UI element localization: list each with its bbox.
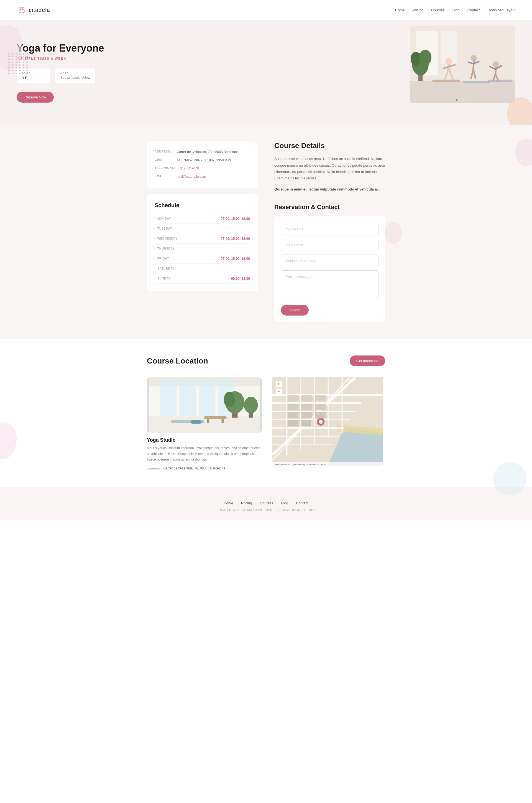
studio-address-label: ADDRESS: xyxy=(147,467,162,470)
deco-blob-location-left xyxy=(0,423,17,459)
nav-pricing[interactable]: Pricing xyxy=(413,8,424,12)
svg-rect-47 xyxy=(300,377,302,450)
svg-rect-49 xyxy=(328,377,329,438)
svg-point-10 xyxy=(411,52,421,66)
schedule-row: FRIDAY07:00, 15:00, 18:00 xyxy=(155,254,250,264)
carousel-dot-1[interactable] xyxy=(456,99,458,101)
svg-rect-32 xyxy=(191,420,202,424)
address-value: Carrer de l'Atlàntida, 78, 08003 Barcelo… xyxy=(177,149,239,155)
footer-contact[interactable]: Contact xyxy=(296,501,308,505)
schedule-day-0: MONDAY xyxy=(155,217,179,220)
address-row: ADDRESS: Carrer de l'Atlàntida, 78, 0800… xyxy=(155,149,250,155)
deco-blob-reservation xyxy=(385,222,402,244)
studio-card: Yoga Studio Mauris varius tincidunt inte… xyxy=(147,377,262,471)
schedule-time-2: 07:00, 15:00, 18:00 xyxy=(221,237,250,241)
deco-dots-left xyxy=(8,53,28,74)
location-section: Course Location Get directions xyxy=(0,339,532,487)
note-value: See schedule below xyxy=(60,76,90,79)
svg-rect-21 xyxy=(160,380,177,419)
nav-blog[interactable]: Blog xyxy=(453,8,460,12)
course-details-title: Course Details xyxy=(274,141,385,150)
price-note: PRICE: 8 € NOTE: See schedule below xyxy=(17,69,122,84)
reserve-button[interactable]: Reserve Now xyxy=(17,92,54,103)
subject-field-group xyxy=(281,255,379,267)
navigation: citadela Home Pricing Courses Blog Conta… xyxy=(0,0,532,20)
studio-address-row: ADDRESS: Carrer de l'Atlàntida, 78, 0800… xyxy=(147,466,262,471)
logo-icon xyxy=(17,5,26,15)
footer-links: Home Pricing Courses Blog Contact xyxy=(17,501,515,505)
hero-title: Yoga for Everyone xyxy=(17,42,122,54)
get-directions-button[interactable]: Get directions xyxy=(350,355,385,366)
nav-download[interactable]: Download Layout xyxy=(488,8,515,12)
email-row: EMAIL: mail@example.com xyxy=(155,174,250,180)
svg-rect-55 xyxy=(288,404,299,410)
submit-button[interactable]: Submit xyxy=(281,305,309,315)
svg-point-0 xyxy=(19,9,24,13)
carousel-dot-4[interactable] xyxy=(465,99,467,101)
message-textarea[interactable] xyxy=(281,270,379,298)
svg-point-1 xyxy=(20,10,23,12)
left-column: ADDRESS: Carrer de l'Atlàntida, 78, 0800… xyxy=(147,141,258,322)
course-paragraph-2: Quisque in enim eu lectus vulputate comm… xyxy=(274,186,385,193)
hero-image xyxy=(410,25,515,103)
schedule-day-1: TUESDAY xyxy=(155,227,179,230)
svg-rect-58 xyxy=(315,404,326,410)
svg-text:+: + xyxy=(277,382,280,386)
svg-rect-13 xyxy=(463,81,491,83)
nav-links: Home Pricing Courses Blog Contact Downlo… xyxy=(395,8,515,12)
svg-point-2 xyxy=(21,7,22,9)
schedule-row: MONDAY07:00, 15:00, 18:00 xyxy=(155,214,250,224)
carousel-dot-2[interactable] xyxy=(459,99,461,101)
svg-rect-57 xyxy=(315,396,326,401)
svg-rect-59 xyxy=(288,412,299,418)
svg-rect-45 xyxy=(272,444,333,445)
svg-text:−: − xyxy=(278,389,280,394)
footer-blog[interactable]: Blog xyxy=(281,501,288,505)
nav-courses[interactable]: Courses xyxy=(431,8,444,12)
location-header: Course Location Get directions xyxy=(147,355,385,366)
telephone-row: TELEPHONE: +012-345-678 xyxy=(155,166,250,172)
svg-rect-33 xyxy=(205,416,227,419)
svg-point-15 xyxy=(445,58,452,65)
schedule-card: Schedule MONDAY07:00, 15:00, 18:00TUESDA… xyxy=(147,194,258,291)
schedule-day-2: WEDNESDAY xyxy=(155,237,179,240)
gps-label: GPS: xyxy=(155,158,174,163)
email-value[interactable]: mail@example.com xyxy=(177,174,206,180)
name-input[interactable] xyxy=(281,223,379,235)
studio-description: Mauris varius tincidunt interdum. Proin … xyxy=(147,445,262,462)
svg-point-28 xyxy=(224,392,235,407)
email-input[interactable] xyxy=(281,239,379,251)
svg-rect-35 xyxy=(222,419,224,423)
schedule-day-3: THURSDAY xyxy=(155,247,179,250)
nav-home[interactable]: Home xyxy=(395,8,405,12)
footer-pricing[interactable]: Pricing xyxy=(241,501,252,505)
carousel-dot-3[interactable] xyxy=(462,99,464,101)
svg-rect-22 xyxy=(179,380,196,419)
hero-section: Yoga for Everyone Multiple Times a Week … xyxy=(0,20,532,125)
schedule-row: WEDNESDAY07:00, 15:00, 18:00 xyxy=(155,234,250,244)
schedule-title: Schedule xyxy=(155,202,250,208)
svg-rect-63 xyxy=(302,420,311,426)
svg-point-16 xyxy=(471,55,477,61)
svg-point-30 xyxy=(244,397,258,414)
subject-input[interactable] xyxy=(281,255,379,267)
svg-rect-56 xyxy=(302,404,312,410)
svg-point-11 xyxy=(419,50,432,65)
footer-credit: CREATED WITH CITADELA WORDPRESS THEME BY… xyxy=(17,509,515,512)
reservation-card: Submit xyxy=(274,216,385,322)
studio-address-value: Carrer de l'Atlàntida, 78, 08003 Barcelo… xyxy=(163,467,225,470)
nav-contact[interactable]: Contact xyxy=(468,8,480,12)
footer-home[interactable]: Home xyxy=(224,501,233,505)
svg-rect-62 xyxy=(288,420,299,426)
svg-rect-54 xyxy=(302,396,312,401)
schedule-day-6: SUNDAY xyxy=(155,277,179,280)
email-field-group xyxy=(281,239,379,251)
right-column: Course Details Suspendisse vitae lacus a… xyxy=(274,141,385,322)
telephone-value[interactable]: +012-345-678 xyxy=(178,166,199,172)
footer-courses[interactable]: Courses xyxy=(260,501,273,505)
carousel-dot-5[interactable] xyxy=(468,99,470,101)
schedule-time-6: 09:00, 13:00 xyxy=(231,277,250,280)
svg-rect-25 xyxy=(149,416,260,433)
telephone-label: TELEPHONE: xyxy=(155,166,175,170)
logo[interactable]: citadela xyxy=(17,5,50,15)
